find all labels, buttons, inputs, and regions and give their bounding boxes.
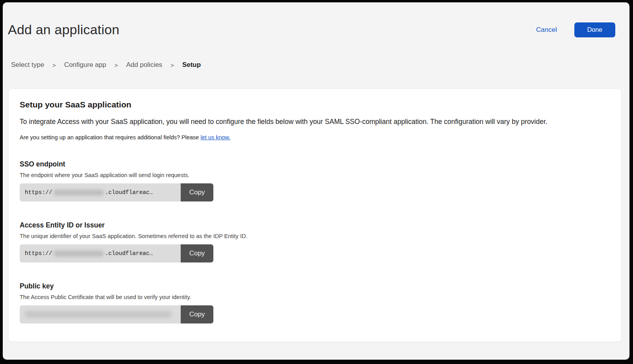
field-label: SSO endpoint (20, 160, 610, 168)
field-value-row: Copy (20, 305, 213, 323)
value-suffix: .cloudflareac… (105, 189, 153, 196)
breadcrumb-step-select-type[interactable]: Select type (11, 61, 44, 69)
copy-button-sso-endpoint[interactable]: Copy (181, 183, 213, 201)
redacted-value (54, 190, 104, 196)
value-suffix: .cloudflareac… (105, 250, 153, 257)
sso-endpoint-value: https:// .cloudflareac… (20, 183, 181, 201)
header-actions: Cancel Done (536, 22, 615, 37)
field-description: The Access Public Certificate that will … (20, 294, 610, 300)
field-description: The unique identifier of your SaaS appli… (20, 233, 610, 239)
breadcrumb-step-configure-app[interactable]: Configure app (64, 61, 106, 69)
breadcrumb-separator: > (52, 62, 56, 68)
field-value-row: https:// .cloudflareac… Copy (20, 183, 213, 201)
field-access-entity-id: Access Entity ID or Issuer The unique id… (20, 221, 610, 262)
card-heading: Setup your SaaS application (20, 100, 610, 109)
access-entity-id-value: https:// .cloudflareac… (20, 244, 181, 262)
redacted-value (54, 251, 104, 257)
field-sso-endpoint: SSO endpoint The endpoint where your Saa… (20, 160, 610, 201)
breadcrumb-step-setup: Setup (182, 61, 201, 69)
setup-card: Setup your SaaS application To integrate… (8, 89, 622, 342)
field-label: Access Entity ID or Issuer (20, 221, 610, 229)
cancel-button[interactable]: Cancel (536, 26, 557, 34)
field-label: Public key (20, 282, 610, 290)
field-value-row: https:// .cloudflareac… Copy (20, 244, 213, 262)
value-prefix: https:// (25, 250, 52, 257)
breadcrumb: Select type > Configure app > Add polici… (11, 61, 629, 69)
value-prefix: https:// (25, 189, 52, 196)
done-button[interactable]: Done (574, 22, 615, 37)
page-header: Add an application Cancel Done (8, 22, 615, 37)
field-public-key: Public key The Access Public Certificate… (20, 282, 610, 323)
copy-button-access-entity-id[interactable]: Copy (181, 244, 213, 262)
card-note: Are you setting up an application that r… (20, 134, 610, 140)
card-intro-text: To integrate Access with your SaaS appli… (20, 118, 610, 126)
redacted-value (25, 311, 171, 318)
copy-button-public-key[interactable]: Copy (181, 305, 213, 323)
let-us-know-link[interactable]: let us know. (200, 134, 230, 140)
field-description: The endpoint where your SaaS application… (20, 172, 610, 178)
card-note-text: Are you setting up an application that r… (20, 134, 200, 140)
page-title: Add an application (8, 22, 119, 37)
app-window: Add an application Cancel Done Select ty… (3, 2, 629, 360)
breadcrumb-separator: > (115, 62, 118, 68)
public-key-value (20, 305, 181, 323)
breadcrumb-step-add-policies[interactable]: Add policies (126, 61, 162, 69)
breadcrumb-separator: > (170, 62, 174, 68)
